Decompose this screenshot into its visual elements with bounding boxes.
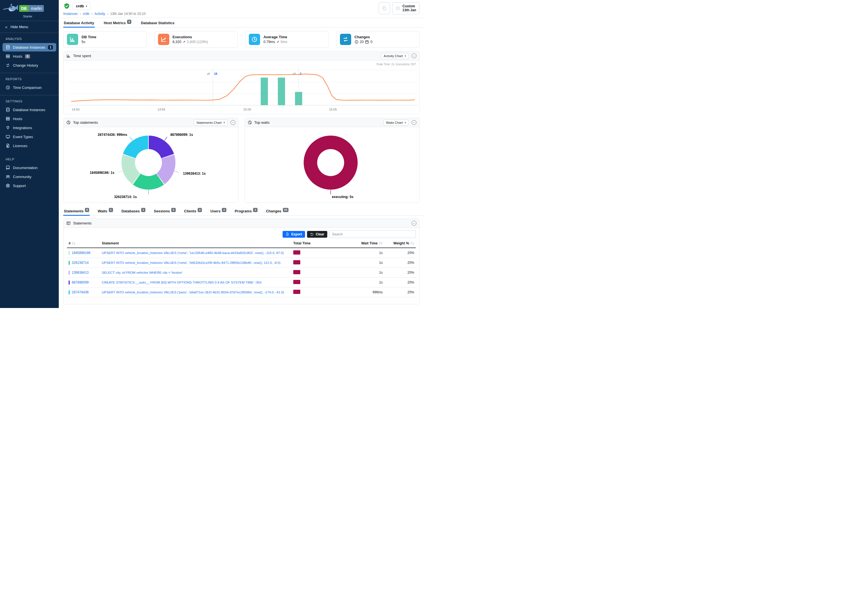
topbar: crdb ▾ Instances›crdb›Activity›13th Jan … bbox=[59, 0, 424, 18]
tab-database-statistics[interactable]: Database Statistics bbox=[140, 18, 175, 27]
tab-database-activity[interactable]: Database Activity bbox=[63, 18, 95, 27]
tab-databases[interactable]: Databases1 bbox=[121, 206, 146, 215]
kpi-main-value: 6,320 bbox=[173, 40, 181, 44]
statement-text-link[interactable]: UPSERT INTO vehicle_location_histories V… bbox=[102, 290, 293, 294]
weight-value: 20% bbox=[382, 270, 414, 275]
waits-donut-ring[interactable] bbox=[304, 135, 358, 190]
breadcrumb-link[interactable]: Instances bbox=[63, 12, 78, 16]
tab-host-metrics[interactable]: Host Metrics0 bbox=[103, 18, 132, 27]
statement-text-link[interactable]: UPSERT INTO vehicle_location_histories V… bbox=[102, 261, 293, 265]
column-header-total-time[interactable]: Total Time bbox=[293, 241, 341, 245]
column-header-statement[interactable]: Statement bbox=[102, 241, 293, 245]
tab-label: Statements bbox=[64, 209, 83, 213]
table-row: 139638413SELECT city, id FROM vehicles W… bbox=[67, 268, 416, 278]
tab-waits[interactable]: Waits1 bbox=[97, 206, 114, 215]
total-time-cell bbox=[293, 260, 341, 265]
sidebar-item-database-instances[interactable]: Database Instances1 bbox=[3, 43, 56, 52]
statements-panel-title: Statements bbox=[73, 221, 92, 225]
lifering-icon bbox=[6, 183, 10, 188]
copy-link-button[interactable] bbox=[379, 2, 390, 14]
tab-clients[interactable]: Clients2 bbox=[184, 206, 203, 215]
column-header-wait-time[interactable]: Wait Time bbox=[341, 241, 382, 245]
statement-text-link[interactable]: SELECT city, id FROM vehicles WHERE city… bbox=[102, 270, 293, 275]
time-range-button[interactable]: Custom 13th Jan bbox=[392, 2, 420, 14]
collapse-top-statements-button[interactable]: − bbox=[231, 120, 235, 125]
kpi-card-db-time: DB Time5s bbox=[63, 31, 147, 47]
sidebar-item-label: Community bbox=[13, 175, 31, 179]
tab-statements[interactable]: Statements5 bbox=[63, 206, 90, 215]
statement-id-link[interactable]: 1845898166 bbox=[72, 251, 90, 255]
column-header-label: Weight % bbox=[393, 241, 409, 245]
top-waits-donut[interactable]: executing: 5s bbox=[245, 127, 420, 202]
clear-button[interactable]: Clear bbox=[307, 231, 327, 237]
sidebar-item-change-history[interactable]: Change History bbox=[3, 61, 56, 70]
top-statements-donut[interactable]: 887898099: 1s139638413: 1s326238714: 1s1… bbox=[64, 127, 238, 202]
statement-id-cell: 287474436 bbox=[68, 290, 102, 294]
table-row: 887898099CREATE STATISTICS __auto__ FROM… bbox=[67, 278, 416, 288]
sidebar-item-badge: 1 bbox=[48, 45, 53, 49]
statement-text-link[interactable]: UPSERT INTO vehicle_location_histories V… bbox=[102, 251, 293, 255]
statement-id-link[interactable]: 887898099 bbox=[72, 281, 89, 284]
caret-down-icon: ▾ bbox=[405, 55, 406, 57]
sidebar-item-database-instances[interactable]: Database Instances bbox=[3, 105, 56, 114]
logo-wordmark[interactable]: DB marlin bbox=[19, 5, 44, 12]
tab-changes[interactable]: Changes20 bbox=[265, 206, 289, 215]
sidebar-item-community[interactable]: Community bbox=[3, 172, 56, 181]
sidebar-item-label: Event Types bbox=[13, 135, 33, 139]
time-spent-chart[interactable]: Peak Time: 2s, Executions: 837 ⇄18⇄214:5… bbox=[64, 61, 419, 114]
kpi-body: Executions6,320↗2,830 (123%) bbox=[173, 35, 208, 44]
tab-sessions[interactable]: Sessions2 bbox=[153, 206, 176, 215]
kpi-title: DB Time bbox=[82, 35, 96, 39]
total-time-cell bbox=[293, 280, 341, 285]
sidebar-item-licences[interactable]: Licences bbox=[3, 141, 56, 150]
column-header-[interactable]: # bbox=[68, 241, 102, 245]
statement-id-link[interactable]: 326238714 bbox=[72, 261, 89, 265]
tab-programs[interactable]: Programs2 bbox=[234, 206, 258, 215]
sidebar-item-time-comparison[interactable]: Time Comparison bbox=[3, 83, 56, 92]
waits-chart-dropdown[interactable]: Waits Chart ▾ bbox=[383, 120, 409, 126]
export-button[interactable]: Export bbox=[283, 231, 305, 237]
clock-icon bbox=[6, 85, 10, 90]
statement-id-cell: 139638413 bbox=[68, 270, 102, 275]
search-input[interactable] bbox=[329, 230, 416, 238]
breadcrumb-link[interactable]: crdb bbox=[83, 12, 89, 16]
database-icon bbox=[6, 107, 10, 112]
tab-badge: 2 bbox=[171, 208, 175, 212]
change-marker-icon: ⇄ bbox=[207, 72, 210, 76]
total-time-bar bbox=[293, 260, 300, 264]
collapse-statements-button[interactable]: − bbox=[412, 221, 417, 226]
sidebar-item-event-types[interactable]: Event Types bbox=[3, 132, 56, 141]
instance-name: crdb bbox=[76, 4, 84, 8]
tab-users[interactable]: Users2 bbox=[210, 206, 227, 215]
statements-donut-ring[interactable] bbox=[122, 135, 175, 190]
sidebar-item-support[interactable]: Support bbox=[3, 181, 56, 190]
sidebar-item-hosts[interactable]: Hosts0 bbox=[3, 52, 56, 61]
column-header-weight[interactable]: Weight % bbox=[382, 241, 414, 245]
statement-id-cell: 887898099 bbox=[68, 281, 102, 285]
sidebar-item-documentation[interactable]: Documentation bbox=[3, 163, 56, 172]
collapse-time-spent-button[interactable]: − bbox=[412, 53, 417, 58]
statements-chart-dropdown[interactable]: Statements Chart ▾ bbox=[193, 120, 227, 126]
sidebar: DB marlin Starter « Hide Menu ANALYSISDa… bbox=[0, 0, 59, 308]
statements-chart-dropdown-label: Statements Chart bbox=[196, 121, 221, 124]
donut-label-887898099: 887898099: 1s bbox=[170, 133, 193, 137]
sidebar-item-hosts[interactable]: Hosts bbox=[3, 114, 56, 123]
statement-id-link[interactable]: 287474436 bbox=[72, 290, 89, 294]
collapse-top-waits-button[interactable]: − bbox=[412, 120, 417, 125]
instance-selector[interactable]: crdb ▾ bbox=[73, 2, 90, 10]
statement-color-chip bbox=[68, 290, 70, 294]
donut-row: Top statements Statements Chart ▾ − 8878… bbox=[63, 118, 420, 203]
plug-icon bbox=[6, 125, 10, 130]
statement-color-chip bbox=[68, 281, 70, 285]
tab-label: Sessions bbox=[154, 209, 170, 213]
hide-menu-button[interactable]: « Hide Menu bbox=[0, 21, 59, 33]
sidebar-item-integrations[interactable]: Integrations bbox=[3, 123, 56, 132]
statement-text-link[interactable]: CREATE STATISTICS __auto__ FROM [63] WIT… bbox=[102, 281, 293, 284]
sidebar-item-badge: 0 bbox=[25, 54, 30, 58]
statement-id-link[interactable]: 139638413 bbox=[72, 270, 89, 275]
table-row: 287474436UPSERT INTO vehicle_location_hi… bbox=[67, 288, 416, 297]
activity-chart-dropdown[interactable]: Activity Chart ▾ bbox=[381, 53, 409, 59]
breadcrumb-link[interactable]: Activity bbox=[95, 12, 105, 16]
sidebar-item-label: Database Instances bbox=[13, 108, 45, 112]
wait-time-value: 1s bbox=[341, 261, 382, 265]
